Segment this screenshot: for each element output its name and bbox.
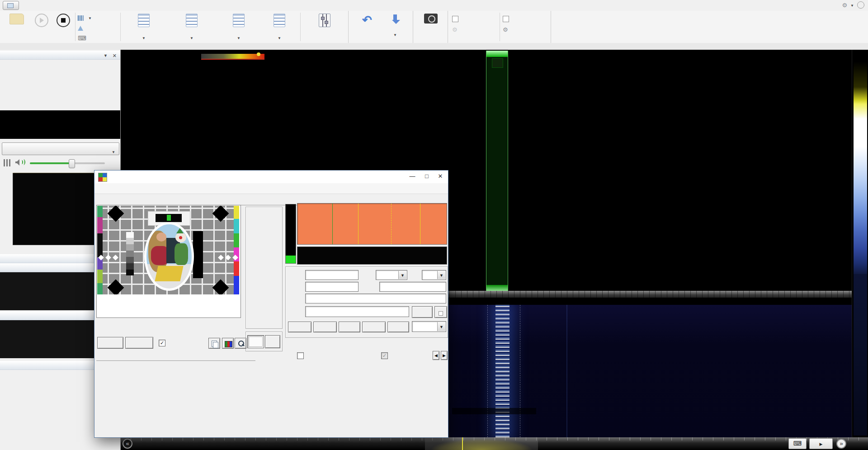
span-scale-bar[interactable]: « ⌨ ▶ »	[120, 437, 868, 450]
ribbon-group-labels	[0, 43, 868, 50]
palette-gradient[interactable]	[854, 62, 867, 274]
app-menu-button[interactable]	[3, 1, 19, 10]
mmsstv-app-icon	[98, 173, 107, 182]
meter-dot	[257, 52, 260, 56]
list-icon	[186, 14, 198, 27]
image-clear-button[interactable]	[97, 337, 123, 349]
play-icon	[35, 14, 48, 27]
mmsstv-titlebar[interactable]: — □ ✕	[94, 171, 448, 184]
line-2300	[420, 204, 420, 244]
show-with-template-checkbox[interactable]	[297, 352, 304, 359]
visible-span-highlight	[425, 437, 538, 450]
his-select[interactable]: ▼	[376, 270, 407, 280]
pager-prev-button[interactable]: ◀	[433, 351, 439, 360]
sliders-icon	[319, 14, 330, 27]
style-button[interactable]: ▼	[850, 2, 854, 8]
log-freq-select[interactable]: ▼	[412, 321, 446, 332]
sstv-test-card	[97, 206, 239, 294]
receive-panel-header[interactable]: ▼ ✕	[0, 51, 120, 60]
waterfall-palette[interactable]	[852, 50, 868, 437]
waveform-icon	[78, 15, 84, 21]
sync-level-meter	[285, 204, 296, 264]
copy-icon	[213, 342, 218, 348]
noise-blanker-options-button[interactable]: ⚙	[503, 26, 548, 33]
noise-blanker-enable-checkbox[interactable]	[503, 16, 548, 23]
jump-right-button[interactable]: »	[836, 439, 846, 449]
radio-configuration-button[interactable]	[303, 12, 346, 41]
data-button[interactable]	[313, 322, 337, 332]
jump-left-button[interactable]: «	[123, 439, 132, 449]
call-input[interactable]	[305, 270, 359, 280]
list-button[interactable]	[387, 322, 409, 332]
audio-levels-icon[interactable]	[4, 159, 11, 166]
image-tool-button[interactable]	[222, 338, 234, 349]
draft-checkbox[interactable]: ✓	[381, 352, 388, 359]
stop-button[interactable]	[53, 12, 73, 41]
close-button[interactable]: ✕	[434, 171, 447, 183]
volume-slider[interactable]	[30, 162, 105, 164]
ribbon-tab-row: ⚙ ▼	[0, 0, 868, 11]
close-icon[interactable]: ✕	[113, 51, 117, 60]
note-input[interactable]	[305, 294, 446, 303]
auto-mute-enable-checkbox[interactable]	[452, 16, 497, 23]
name-input[interactable]	[305, 282, 359, 292]
camera-icon	[424, 14, 438, 24]
chevron-down-icon: ▼	[190, 36, 193, 40]
copy-button[interactable]	[208, 338, 220, 349]
rf-gain-button[interactable]: ▼	[123, 12, 165, 41]
my-select[interactable]: ▼	[422, 270, 446, 280]
calibration-button[interactable]	[78, 24, 85, 33]
afc-button[interactable]	[247, 335, 264, 348]
qso-button[interactable]	[288, 322, 311, 332]
history-button[interactable]: ▼	[382, 12, 408, 41]
auto-mute-options-button[interactable]: ⚙	[452, 26, 497, 33]
theme-icon[interactable]: ⚙	[842, 2, 847, 9]
noise-blanker-section: ⚙	[503, 13, 548, 33]
sstv-sync-waterfall	[297, 246, 447, 265]
list-icon	[274, 14, 285, 27]
screenshot-button[interactable]	[417, 12, 445, 41]
triangle-icon	[78, 26, 83, 31]
auto-history-checkbox[interactable]: ✓	[159, 340, 165, 346]
maximize-button[interactable]: □	[420, 171, 434, 183]
magnifier-button[interactable]	[235, 338, 246, 349]
frequency-button[interactable]: ⌨	[78, 33, 89, 43]
sstv-spectrum[interactable]	[297, 203, 447, 245]
gear-icon: ⚙	[452, 26, 458, 33]
visual-gain-button[interactable]: ▼	[219, 12, 259, 41]
audio-input-select[interactable]: ▼	[2, 142, 119, 155]
resync-button[interactable]	[125, 337, 153, 349]
qth-input[interactable]	[379, 282, 446, 292]
rx-image-frame[interactable]	[96, 205, 241, 318]
speaker-icon[interactable]	[15, 159, 19, 166]
lo-mode-button[interactable]: ▼	[260, 12, 298, 41]
qsl-input[interactable]	[305, 306, 409, 317]
channel-edge-guide	[487, 305, 488, 437]
thumbnail-grid	[96, 361, 446, 435]
zoom-x5-button[interactable]: ▶	[809, 438, 833, 449]
help-button[interactable]	[857, 1, 864, 9]
mmsstv-window[interactable]: — □ ✕	[94, 170, 448, 438]
line-1900	[391, 204, 392, 244]
center-frequency-line	[462, 437, 463, 450]
ribbon-body: ▼ ⌨ ▼ ▼ ▼ ▼	[0, 11, 868, 43]
checkbox-icon	[503, 16, 509, 22]
chevron-down-icon: ▼	[398, 271, 406, 279]
select-radio-button[interactable]	[4, 12, 30, 41]
minimize-button[interactable]: —	[406, 171, 419, 183]
gear-icon: ⚙	[503, 26, 508, 33]
lms-button[interactable]	[265, 335, 280, 348]
volume-handle[interactable]	[69, 159, 75, 168]
rxid-button[interactable]	[412, 306, 433, 318]
find-button[interactable]	[339, 322, 360, 332]
pager-next-button[interactable]: ▶	[441, 351, 448, 360]
previous-button[interactable]: ↶	[354, 12, 381, 41]
if-gain-button[interactable]: ▼	[166, 12, 217, 41]
log-clear-button[interactable]	[362, 322, 386, 332]
bandwidth-button[interactable]: ▼	[78, 14, 92, 23]
collapse-icon[interactable]: ▼	[104, 51, 108, 60]
frequency-display[interactable]	[0, 110, 120, 139]
keyboard-entry-button[interactable]: ⌨	[788, 438, 807, 449]
start-button[interactable]	[32, 12, 52, 41]
abc-button[interactable]	[434, 306, 447, 318]
